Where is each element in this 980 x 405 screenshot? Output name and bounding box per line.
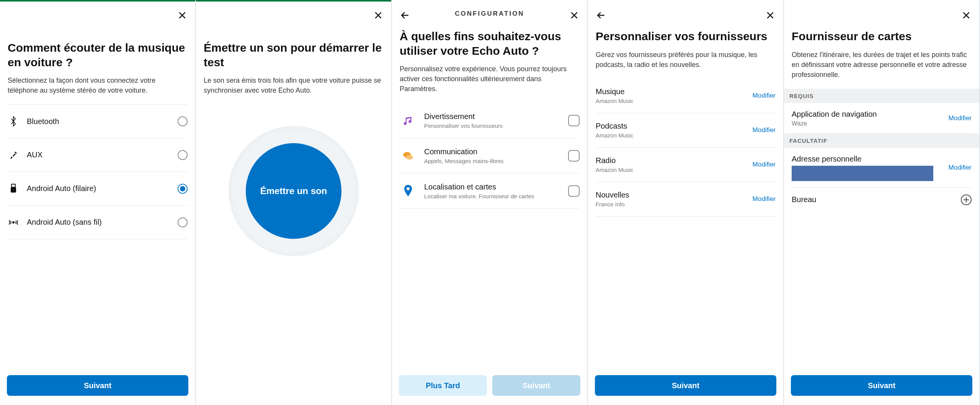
provider-row-radio: Radio Amazon Music Modifier xyxy=(596,148,776,182)
chat-icon xyxy=(400,150,416,162)
page-subtitle: Personnalisez votre expérience. Vous pou… xyxy=(400,64,580,94)
option-aux[interactable]: AUX xyxy=(8,138,188,172)
provider-row-nouvelles: Nouvelles France Info Modifier xyxy=(596,182,776,217)
provider-title: Musique xyxy=(596,87,633,96)
screen-play-sound: Émettre un son pour démarrer le test Le … xyxy=(196,0,392,405)
close-icon xyxy=(373,10,383,20)
radio-unselected[interactable] xyxy=(178,217,188,227)
modify-link[interactable]: Modifier xyxy=(753,126,776,134)
modify-link[interactable]: Modifier xyxy=(949,114,972,122)
close-icon xyxy=(765,10,775,20)
header xyxy=(0,2,195,25)
provider-sub: Amazon Music xyxy=(596,98,633,104)
play-sound-wrapper: Émettre un son xyxy=(204,126,384,256)
screen-configuration: CONFIGURATION À quelles fins souhaitez-v… xyxy=(392,0,588,405)
play-sound-button[interactable]: Émettre un son xyxy=(246,143,341,239)
office-address-row: Bureau xyxy=(792,188,972,211)
play-sound-outer-ring: Émettre un son xyxy=(229,126,359,256)
close-icon xyxy=(569,10,579,20)
svg-rect-3 xyxy=(11,187,16,193)
back-arrow-icon xyxy=(400,10,410,20)
aux-icon xyxy=(8,150,19,160)
header-title: CONFIGURATION xyxy=(455,10,524,18)
usb-icon xyxy=(8,183,19,194)
status-bar xyxy=(0,0,195,2)
plus-icon xyxy=(963,197,969,203)
item-subtitle: Localiser ma voiture, Fournisseur de car… xyxy=(424,193,560,199)
checkbox[interactable] xyxy=(568,150,580,162)
header xyxy=(784,2,979,25)
item-title: Localisation et cartes xyxy=(424,183,560,191)
header xyxy=(196,2,391,25)
nav-app-row: Application de navigation Waze Modifier xyxy=(792,103,972,134)
checkbox[interactable] xyxy=(568,185,580,197)
next-button[interactable]: Suivant xyxy=(7,375,188,396)
modify-link[interactable]: Modifier xyxy=(753,161,776,168)
later-button[interactable]: Plus Tard xyxy=(399,375,487,396)
provider-sub: Amazon Music xyxy=(596,132,633,139)
radio-unselected[interactable] xyxy=(178,150,188,160)
location-pin-icon xyxy=(400,185,416,197)
option-label: Android Auto (sans fil) xyxy=(27,218,170,227)
provider-title: Nouvelles xyxy=(596,191,629,199)
office-address-title: Bureau xyxy=(792,195,817,204)
provider-sub: Amazon Music xyxy=(596,167,633,173)
back-button[interactable] xyxy=(593,8,609,23)
close-button[interactable] xyxy=(567,8,582,23)
status-bar xyxy=(196,0,391,2)
close-icon xyxy=(961,10,971,20)
option-label: AUX xyxy=(27,150,170,159)
config-item-localisation[interactable]: Localisation et cartes Localiser ma voit… xyxy=(400,173,580,209)
close-icon xyxy=(177,10,187,20)
add-office-button[interactable] xyxy=(961,194,972,205)
section-required: REQUIS xyxy=(784,89,979,103)
svg-point-11 xyxy=(406,155,413,160)
config-item-communication[interactable]: Communication Appels, Messages mains-lib… xyxy=(400,138,580,173)
radio-selected[interactable] xyxy=(178,184,188,194)
screen-listen-music: Comment écouter de la musique en voiture… xyxy=(0,0,196,405)
svg-point-12 xyxy=(407,187,410,190)
close-button[interactable] xyxy=(371,8,386,23)
item-subtitle: Appels, Messages mains-libres xyxy=(424,158,560,164)
wireless-icon xyxy=(8,218,19,227)
next-button-disabled: Suivant xyxy=(492,375,580,396)
config-item-divertissement[interactable]: Divertissement Personnaliser vos fournis… xyxy=(400,103,580,138)
page-title: Comment écouter de la musique en voiture… xyxy=(8,41,188,69)
page-subtitle: Le son sera émis trois fois afin que vot… xyxy=(204,75,384,95)
provider-sub: France Info xyxy=(596,201,629,207)
home-address-row: Adresse personnelle Modifier xyxy=(792,148,972,188)
modify-link[interactable]: Modifier xyxy=(753,195,776,203)
screen-customize-providers: Personnaliser vos fournisseurs Gérez vos… xyxy=(588,0,784,405)
screen-map-provider: Fournisseur de cartes Obtenez l'itinérai… xyxy=(784,0,980,405)
provider-row-podcasts: Podcasts Amazon Music Modifier xyxy=(596,113,776,148)
close-button[interactable] xyxy=(175,8,190,23)
radio-unselected[interactable] xyxy=(178,116,188,126)
next-button[interactable]: Suivant xyxy=(791,375,972,396)
modify-link[interactable]: Modifier xyxy=(949,164,972,171)
page-title: Fournisseur de cartes xyxy=(792,29,972,44)
section-optional: FACULTATIF xyxy=(784,134,979,148)
option-android-auto-wired[interactable]: Android Auto (filaire) xyxy=(8,172,188,206)
provider-title: Podcasts xyxy=(596,122,633,131)
svg-point-4 xyxy=(13,222,14,223)
option-label: Android Auto (filaire) xyxy=(27,184,170,193)
home-address-value-redacted xyxy=(792,166,933,181)
music-note-icon xyxy=(400,115,416,126)
back-arrow-icon xyxy=(596,10,606,20)
provider-title: Radio xyxy=(596,156,633,165)
nav-app-sub: Waze xyxy=(792,120,877,127)
back-button[interactable] xyxy=(397,8,413,23)
page-subtitle: Obtenez l'itinéraire, les durées de traj… xyxy=(792,50,972,80)
checkbox[interactable] xyxy=(568,115,580,126)
next-button[interactable]: Suivant xyxy=(595,375,776,396)
header xyxy=(588,2,783,25)
close-button[interactable] xyxy=(763,8,778,23)
option-bluetooth[interactable]: Bluetooth xyxy=(8,105,188,138)
close-button[interactable] xyxy=(959,8,974,23)
page-title: Émettre un son pour démarrer le test xyxy=(204,41,384,69)
svg-rect-2 xyxy=(11,184,15,187)
page-title: À quelles fins souhaitez-vous utiliser v… xyxy=(400,29,580,58)
option-android-auto-wireless[interactable]: Android Auto (sans fil) xyxy=(8,206,188,239)
header: CONFIGURATION xyxy=(392,2,587,25)
modify-link[interactable]: Modifier xyxy=(753,92,776,100)
